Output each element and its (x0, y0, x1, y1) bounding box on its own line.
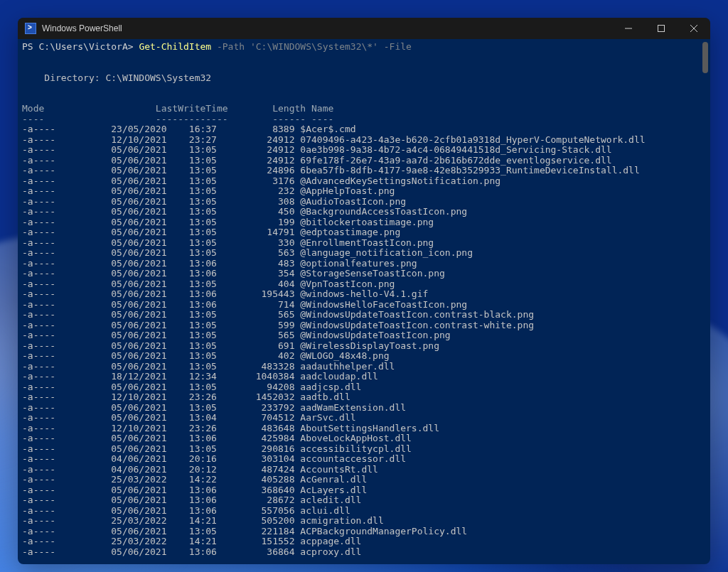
window-title: Windows PowerShell (42, 23, 122, 33)
table-row: -a---- 05/06/2021 13:06 425984 AboveLock… (22, 433, 706, 444)
table-row: -a---- 05/06/2021 13:06 36864 acproxy.dl… (22, 547, 706, 558)
table-row: -a---- 05/06/2021 13:05 565 @WindowsUpda… (22, 330, 706, 341)
terminal-body[interactable]: PS C:\Users\VictorA> Get-ChildItem -Path… (18, 39, 710, 564)
table-row: -a---- 05/06/2021 13:06 354 @StorageSens… (22, 269, 706, 279)
column-rules: ---- ------------- ------ ---- (22, 114, 706, 125)
table-row: -a---- 05/06/2021 13:05 94208 aadjcsp.dl… (22, 382, 706, 393)
table-row: -a---- 05/06/2021 13:06 195443 @windows-… (22, 289, 706, 300)
table-row: -a---- 05/06/2021 13:05 221184 ACPBackgr… (22, 527, 706, 537)
table-row: -a---- 05/06/2021 13:05 24912 69fe178f-2… (22, 156, 706, 166)
table-row: -a---- 12/10/2021 23:26 1452032 aadtb.dl… (22, 392, 706, 403)
titlebar[interactable]: Windows PowerShell (18, 18, 710, 39)
table-row: -a---- 05/06/2021 13:05 232 @AppHelpToas… (22, 186, 706, 197)
svg-rect-0 (658, 26, 665, 32)
table-row: -a---- 05/06/2021 13:05 404 @VpnToastIco… (22, 279, 706, 290)
table-row: -a---- 04/06/2021 20:16 303104 accountac… (22, 454, 706, 465)
table-row: -a---- 05/06/2021 13:05 330 @EnrollmentT… (22, 238, 706, 249)
powershell-icon (25, 23, 36, 34)
table-row: -a---- 05/06/2021 13:05 483328 aadauthhe… (22, 362, 706, 372)
directory-line: Directory: C:\WINDOWS\System32 (22, 73, 706, 84)
prompt-ps: PS (22, 41, 38, 52)
table-row: -a---- 05/06/2021 13:05 599 @WindowsUpda… (22, 320, 706, 331)
table-row: -a---- 05/06/2021 13:05 691 @WirelessDis… (22, 341, 706, 352)
table-row: -a---- 05/06/2021 13:05 14791 @edptoasti… (22, 227, 706, 238)
table-row: -a---- 05/06/2021 13:05 290816 accessibi… (22, 444, 706, 455)
table-row: -a---- 25/03/2022 14:22 405288 AcGenral.… (22, 475, 706, 485)
table-row: -a---- 04/06/2021 20:12 487424 AccountsR… (22, 465, 706, 475)
table-row: -a---- 05/06/2021 13:06 714 @WindowsHell… (22, 300, 706, 311)
table-row: -a---- 25/03/2022 14:21 151552 acppage.d… (22, 536, 706, 547)
arg-path: 'C:\WINDOWS\System32\*' (245, 41, 378, 52)
prompt-line: PS C:\Users\VictorA> Get-ChildItem -Path… (22, 42, 706, 53)
flag-file: -File (378, 41, 412, 52)
table-row: -a---- 25/03/2022 14:21 505200 acmigrati… (22, 516, 706, 527)
table-row: -a---- 05/06/2021 13:06 557056 aclui.dll (22, 506, 706, 517)
table-row: -a---- 05/06/2021 13:05 563 @language_no… (22, 248, 706, 259)
scrollbar-track[interactable] (700, 39, 710, 564)
table-row: -a---- 05/06/2021 13:05 308 @AudioToastI… (22, 197, 706, 207)
table-row: -a---- 05/06/2021 13:05 199 @bitlockerto… (22, 217, 706, 228)
table-row: -a---- 05/06/2021 13:06 483 @optionalfea… (22, 259, 706, 269)
table-row: -a---- 05/06/2021 13:05 24896 6bea57fb-8… (22, 166, 706, 176)
minimize-button[interactable] (612, 18, 645, 39)
file-listing: -a---- 23/05/2020 16:37 8389 $Acer$.cmd-… (22, 124, 706, 557)
table-row: -a---- 05/06/2021 13:05 402 @WLOGO_48x48… (22, 351, 706, 362)
table-row: -a---- 05/06/2021 13:05 450 @BackgroundA… (22, 207, 706, 217)
table-row: -a---- 05/06/2021 13:05 233792 aadWamExt… (22, 403, 706, 414)
prompt-cwd: C:\Users\VictorA> (38, 41, 139, 52)
table-row: -a---- 05/06/2021 13:05 3176 @AdvancedKe… (22, 176, 706, 187)
table-row: -a---- 18/12/2021 12:34 1040384 aadcloud… (22, 372, 706, 382)
table-row: -a---- 05/06/2021 13:04 704512 AarSvc.dl… (22, 413, 706, 423)
column-headers: Mode LastWriteTime Length Name (22, 104, 706, 114)
table-row: -a---- 12/10/2021 23:27 24912 07409496-a… (22, 135, 706, 146)
table-row: -a---- 05/06/2021 13:06 28672 acledit.dl… (22, 495, 706, 506)
table-row: -a---- 12/10/2021 23:26 483648 AboutSett… (22, 423, 706, 434)
scrollbar-thumb[interactable] (702, 42, 708, 73)
table-row: -a---- 05/06/2021 13:06 368640 AcLayers.… (22, 485, 706, 496)
powershell-window: Windows PowerShell PS C:\Users\VictorA> … (18, 18, 710, 564)
table-row: -a---- 05/06/2021 13:05 24912 0ae3b998-9… (22, 145, 706, 156)
table-row: -a---- 05/06/2021 13:05 565 @WindowsUpda… (22, 310, 706, 320)
close-button[interactable] (678, 18, 710, 39)
flag-path: -Path (211, 41, 245, 52)
cmdlet: Get-ChildItem (139, 41, 211, 52)
maximize-button[interactable] (645, 18, 678, 39)
table-row: -a---- 23/05/2020 16:37 8389 $Acer$.cmd (22, 124, 706, 135)
